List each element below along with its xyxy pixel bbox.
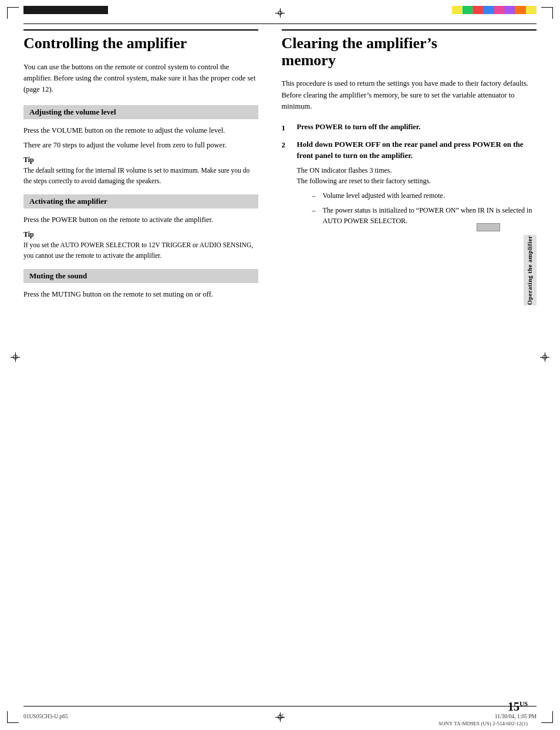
subsection-header-muting: Muting the sound bbox=[23, 269, 258, 283]
steps-list: 1 Press POWER to turn off the amplifier.… bbox=[282, 122, 537, 230]
color-bar-green bbox=[463, 6, 473, 14]
result-line-2: The following are reset to their factory… bbox=[297, 176, 537, 187]
subsection-header-volume: Adjusting the volume level bbox=[23, 105, 258, 119]
right-section-title: Clearing the amplifier’s memory bbox=[282, 29, 537, 69]
activate-body1: Press the POWER button on the remote to … bbox=[23, 214, 258, 226]
result-line-1: The ON indicator flashes 3 times. bbox=[297, 165, 537, 176]
page-number: 15US bbox=[508, 700, 528, 714]
bottom-divider bbox=[23, 706, 537, 707]
side-tab: Operating the amplifier bbox=[524, 235, 537, 305]
activate-tip-text: If you set the AUTO POWER SELECTOR to 12… bbox=[23, 240, 258, 261]
volume-tip-text: The default setting for the internal IR … bbox=[23, 166, 258, 186]
reg-mark-left-mid bbox=[11, 352, 20, 362]
color-bar-orange bbox=[515, 6, 526, 14]
step-2-text: Hold down POWER OFF on the rear panel an… bbox=[297, 139, 537, 162]
step-1-text: Press POWER to turn off the amplifier. bbox=[297, 122, 537, 133]
bullet-list: – Volume level adjusted with learned rem… bbox=[312, 190, 537, 227]
footer-center: 15 bbox=[279, 714, 285, 719]
muting-body1: Press the MUTING button on the remote to… bbox=[23, 289, 258, 300]
color-bar bbox=[34, 6, 45, 14]
color-bar bbox=[87, 6, 97, 14]
color-bars-right bbox=[452, 6, 537, 14]
step-1-number: 1 bbox=[282, 122, 294, 134]
corner-mark-tr bbox=[541, 7, 553, 19]
step-2-number: 2 bbox=[282, 139, 294, 151]
product-line: SONY TA-MD9ES (US) 2-514-602-12(1) bbox=[438, 721, 528, 726]
volume-tip-label: Tip bbox=[23, 156, 258, 164]
color-bar-purple bbox=[505, 6, 515, 14]
color-bar bbox=[23, 6, 34, 14]
bullet-item-2: – The power status is initialized to “PO… bbox=[312, 205, 537, 227]
crosshair-top-center bbox=[275, 8, 285, 18]
dash-icon: – bbox=[312, 205, 319, 216]
left-intro-text: You can use the buttons on the remote or… bbox=[23, 62, 258, 96]
bullet-text-1: Volume level adjusted with learned remot… bbox=[323, 190, 445, 201]
step-1: 1 Press POWER to turn off the amplifier. bbox=[282, 122, 537, 134]
color-bar bbox=[45, 6, 55, 14]
left-column: Controlling the amplifier You can use th… bbox=[23, 29, 270, 701]
color-bar bbox=[76, 6, 87, 14]
reg-mark-right-mid bbox=[540, 352, 549, 362]
dash-icon: – bbox=[312, 190, 319, 201]
main-content: Controlling the amplifier You can use th… bbox=[23, 29, 537, 701]
footer: 01US05CH3-U.p65 15 11/30/04, 1:05 PM bbox=[23, 714, 537, 719]
corner-mark-bl bbox=[7, 711, 19, 723]
step-2: 2 Hold down POWER OFF on the rear panel … bbox=[282, 139, 537, 230]
color-bar bbox=[66, 6, 76, 14]
footer-left: 01US05CH3-U.p65 bbox=[23, 714, 68, 719]
color-bar bbox=[97, 6, 108, 14]
color-bar bbox=[55, 6, 66, 14]
bullet-item-1: – Volume level adjusted with learned rem… bbox=[312, 190, 537, 201]
right-column: Clearing the amplifier’s memory This pro… bbox=[270, 29, 537, 701]
side-tab-text: Operating the amplifier bbox=[527, 236, 533, 305]
right-intro-text: This procedure is used to return the set… bbox=[282, 78, 537, 112]
bullet-text-2: The power status is initialized to “POWE… bbox=[323, 205, 537, 227]
footer-right: 11/30/04, 1:05 PM bbox=[495, 714, 537, 719]
color-bars-left bbox=[23, 6, 108, 14]
color-bar-red bbox=[473, 6, 484, 14]
color-bar-yellow2 bbox=[526, 6, 537, 14]
corner-mark-tl bbox=[7, 7, 19, 19]
gray-box-indicator bbox=[477, 223, 500, 231]
color-bar-blue bbox=[484, 6, 494, 14]
corner-mark-br bbox=[541, 711, 553, 723]
activate-tip-label: Tip bbox=[23, 230, 258, 239]
step-2-header: 2 Hold down POWER OFF on the rear panel … bbox=[282, 139, 537, 162]
color-bar-yellow bbox=[452, 6, 463, 14]
volume-body2: There are 70 steps to adjust the volume … bbox=[23, 140, 258, 151]
color-bar-pink bbox=[494, 6, 505, 14]
volume-body1: Press the VOLUME button on the remote to… bbox=[23, 125, 258, 136]
step-2-result: The ON indicator flashes 3 times. The fo… bbox=[297, 165, 537, 230]
subsection-header-activate: Activating the amplifier bbox=[23, 194, 258, 208]
left-section-title: Controlling the amplifier bbox=[23, 29, 258, 52]
top-divider bbox=[23, 23, 537, 24]
